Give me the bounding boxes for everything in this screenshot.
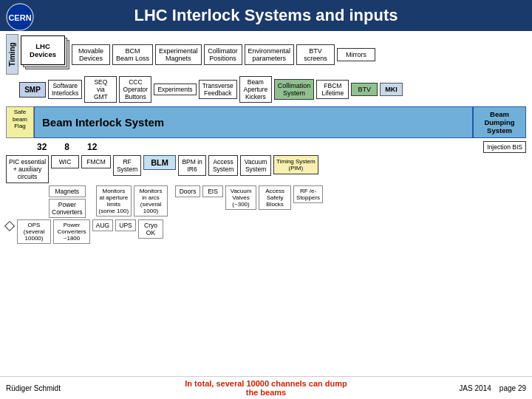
bottom-boxes-row: PIC essential+ auxiliarycircuits WIC FMC… bbox=[0, 154, 532, 185]
page-header: CERN LHC Interlock Systems and inputs bbox=[0, 0, 532, 31]
rf-e-stoppers-box: RF /e-Stoppers bbox=[293, 185, 323, 203]
collimation-system-box: CollimationSystem bbox=[274, 79, 315, 100]
doors-box: Doors bbox=[175, 185, 200, 197]
ccc-operator-buttons-box: CCCOperatorButtons bbox=[119, 76, 151, 103]
cern-logo: CERN bbox=[6, 3, 34, 31]
ops-several-box: OPS(several10000) bbox=[17, 219, 51, 244]
ops-indicator bbox=[4, 221, 15, 231]
timing-label: Timing bbox=[6, 34, 18, 75]
access-safety-blocks-box: AccessSafetyBlocks bbox=[259, 185, 291, 210]
monitors-arcs-box: Monitorsin arcs(several1000) bbox=[134, 185, 168, 216]
beam-dumping-system: BeamDumpingSystem bbox=[473, 106, 526, 138]
btv-box: BTV bbox=[351, 83, 378, 96]
magnets-converters-col: Magnets PowerConverters bbox=[49, 185, 86, 218]
bis-section: SafebeamFlag Beam Interlock System BeamD… bbox=[6, 106, 526, 138]
ups-box: UPS bbox=[115, 219, 136, 231]
experimental-magnets-box: ExperimentalMagnets bbox=[155, 44, 202, 65]
btv-screens-box: BTVscreens bbox=[296, 44, 335, 65]
vacuum-valves-box: VacuumValves(~300) bbox=[225, 185, 256, 210]
sub-boxes-row: Magnets PowerConverters Monitorsat apert… bbox=[43, 185, 532, 219]
environmental-parameters-box: Environmentalparameters bbox=[245, 44, 295, 65]
lhc-devices-stack: LHCDevices bbox=[21, 35, 69, 74]
num3: 12 bbox=[87, 142, 97, 152]
blm-box: BLM bbox=[143, 155, 176, 170]
seq-via-gmt-box: SEQviaGMT bbox=[84, 76, 117, 103]
footer-right: JAS 2014 page 29 bbox=[352, 384, 526, 392]
page-container: CERN LHC Interlock Systems and inputs Ti… bbox=[0, 0, 532, 399]
wic-box: WIC bbox=[51, 155, 79, 168]
monitors-aperture-box: Monitorsat aperturelimits(some 100) bbox=[96, 185, 132, 216]
power-converters-1800-box: PowerConverters~1800 bbox=[53, 219, 90, 244]
top-boxes: MovableDevices BCMBeam Loss Experimental… bbox=[72, 44, 526, 65]
lhc-devices-main: LHCDevices bbox=[21, 35, 65, 65]
timing-system-box: Timing System(PIM) bbox=[273, 155, 318, 174]
bcm-beam-loss-box: BCMBeam Loss bbox=[112, 44, 153, 65]
footer-page: page 29 bbox=[499, 384, 526, 392]
fmcm-box: FMCM bbox=[81, 155, 111, 168]
bis-label: Beam Interlock System bbox=[42, 116, 164, 129]
mid-row: SMP SoftwareInterlocks SEQviaGMT CCCOper… bbox=[13, 75, 532, 104]
numbers-row: 32 8 12 Injection BIS bbox=[31, 140, 532, 154]
vacuum-system-box: VacuumSystem bbox=[240, 155, 271, 176]
transverse-feedback-box: TransverseFeedback bbox=[199, 80, 237, 99]
pic-essential-box: PIC essential+ auxiliarycircuits bbox=[6, 155, 49, 183]
bis-banner: Beam Interlock System bbox=[34, 106, 473, 138]
magnets-box: Magnets bbox=[49, 185, 86, 197]
page-title: LHC Interlock Systems and inputs bbox=[134, 6, 398, 24]
software-interlocks-box: SoftwareInterlocks bbox=[48, 80, 82, 99]
beam-aperture-kickers-box: BeamApertureKickers bbox=[239, 76, 272, 103]
bpm-ir6-box: BPM inIR6 bbox=[178, 155, 206, 176]
svg-text:CERN: CERN bbox=[8, 13, 31, 22]
collimator-positions-box: CollimatorPositions bbox=[204, 44, 242, 65]
footer-summary: In total, several 10000 channels can dum… bbox=[180, 379, 353, 397]
smp-box: SMP bbox=[19, 82, 46, 98]
mki-box: MKI bbox=[380, 83, 403, 96]
mirrors-box: Mirrors bbox=[337, 48, 375, 61]
eis-box: EIS bbox=[202, 185, 223, 197]
aug-box: AUG bbox=[92, 219, 113, 231]
footer: Rüdiger Schmidt In total, several 10000 … bbox=[0, 376, 532, 399]
num2: 8 bbox=[64, 142, 69, 152]
experiments-box: Experiments bbox=[154, 83, 196, 95]
num1: 32 bbox=[37, 142, 47, 152]
injection-bis-box: Injection BIS bbox=[483, 141, 526, 153]
ops-row: OPS(several10000) PowerConverters~1800 A… bbox=[0, 219, 532, 245]
fbcm-lifetime-box: FBCMLifetime bbox=[316, 80, 349, 99]
cryo-ok-box: CryoOK bbox=[138, 219, 163, 239]
rf-system-box: RFSystem bbox=[113, 155, 141, 176]
access-system-box: AccessSystem bbox=[208, 155, 238, 176]
movable-devices-box: MovableDevices bbox=[72, 44, 110, 65]
footer-author: Rüdiger Schmidt bbox=[6, 384, 180, 392]
footer-conference: JAS 2014 bbox=[459, 384, 491, 392]
top-device-row: Timing LHCDevices MovableDevices BCMBeam… bbox=[0, 31, 532, 75]
power-converters-box: PowerConverters bbox=[49, 199, 86, 218]
safe-beam-flag: SafebeamFlag bbox=[6, 106, 34, 138]
